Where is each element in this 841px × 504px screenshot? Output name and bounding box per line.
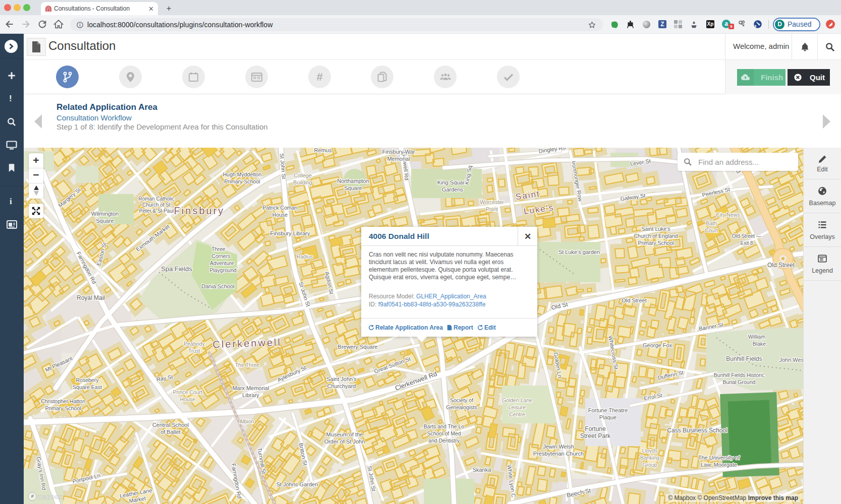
svg-text:The Three: The Three — [235, 362, 259, 368]
svg-text:Peabody: Peabody — [184, 341, 205, 347]
svg-text:Golden Lane: Golden Lane — [502, 397, 532, 403]
svg-text:Banking: Banking — [640, 455, 659, 461]
svg-text:Peter & St Paul: Peter & St Paul — [139, 208, 174, 214]
svg-text:Saint John's: Saint John's — [326, 376, 357, 382]
svg-text:Gardens: Gardens — [442, 186, 464, 193]
svg-text:Court: Court — [705, 227, 718, 233]
svg-text:Lloyds: Lloyds — [642, 448, 657, 454]
svg-text:Spa Fields: Spa Fields — [161, 265, 192, 273]
svg-text:Society of: Society of — [450, 397, 473, 403]
svg-text:Finsbury Library: Finsbury Library — [270, 230, 310, 236]
svg-text:College: College — [294, 172, 312, 178]
svg-text:Rosebery: Rosebery — [76, 377, 99, 383]
svg-text:Plaque: Plaque — [599, 414, 616, 420]
svg-text:Burial Ground: Burial Ground — [723, 379, 756, 385]
svg-text:Square: Square — [344, 185, 362, 191]
svg-text:Presbyterian Church: Presbyterian Church — [533, 451, 584, 457]
svg-text:Central School: Central School — [152, 422, 189, 428]
svg-text:Roman Catholic: Roman Catholic — [138, 196, 174, 202]
svg-text:Building: Building — [293, 179, 312, 185]
svg-text:Finsbury War: Finsbury War — [382, 149, 415, 155]
svg-text:Northampton: Northampton — [337, 178, 369, 184]
svg-text:and Dentistry: and Dentistry — [428, 437, 460, 444]
svg-text:Radius: Radius — [297, 254, 313, 260]
svg-text:St Johns Garden: St Johns Garden — [276, 481, 318, 487]
svg-text:Remus: Remus — [314, 148, 332, 153]
svg-text:Group: Group — [642, 462, 657, 468]
svg-text:Brewery Square: Brewery Square — [338, 344, 378, 350]
svg-text:Three: Three — [211, 246, 226, 252]
svg-text:Marx Memorial: Marx Memorial — [233, 385, 269, 391]
svg-text:Library: Library — [242, 392, 259, 398]
svg-text:Bunhill Fields Historic: Bunhill Fields Historic — [714, 372, 764, 378]
svg-text:Bunhill Fields: Bunhill Fields — [726, 355, 762, 362]
svg-text:Hugh Myddelton: Hugh Myddelton — [223, 171, 262, 177]
svg-text:Church of England: Church of England — [634, 233, 678, 239]
svg-text:The University of: The University of — [698, 455, 740, 461]
svg-text:Memorial: Memorial — [387, 156, 410, 162]
svg-text:Old Street: Old Street — [622, 297, 647, 303]
svg-text:Skanka: Skanka — [473, 467, 492, 473]
svg-text:Churchyard: Churchyard — [327, 383, 356, 389]
svg-text:Royal Mail: Royal Mail — [77, 294, 105, 301]
svg-text:King Square: King Square — [437, 179, 468, 185]
svg-text:City News: City News — [716, 212, 740, 218]
svg-text:Albion: Albion — [239, 418, 254, 424]
svg-text:mapbox: mapbox — [37, 493, 63, 500]
svg-text:Street Park: Street Park — [580, 432, 611, 439]
svg-text:Cass Business School: Cass Business School — [667, 427, 727, 434]
svg-text:Christopher Hatton: Christopher Hatton — [41, 398, 85, 404]
svg-text:Playground: Playground — [209, 267, 236, 273]
svg-text:Church of St: Church of St — [142, 202, 171, 208]
svg-text:Corners: Corners — [211, 253, 230, 259]
svg-text:Old Street —: Old Street — — [732, 233, 761, 239]
svg-text:Jewin Welsh: Jewin Welsh — [543, 444, 574, 450]
svg-text:Prince Court: Prince Court — [173, 389, 202, 395]
svg-text:Primary School: Primary School — [45, 405, 81, 411]
svg-text:Primary School: Primary School — [224, 178, 260, 184]
svg-text:House: House — [180, 396, 196, 402]
svg-text:Fortune: Fortune — [585, 425, 606, 432]
svg-text:Point: Point — [486, 206, 498, 212]
svg-text:Order of St John: Order of St John — [324, 438, 365, 445]
svg-text:Barts and The Lo: Barts and The Lo — [424, 423, 465, 429]
svg-text:Old Street: Old Street — [767, 262, 795, 269]
svg-text:Wilmington: Wilmington — [91, 211, 119, 217]
svg-text:of Ballet: of Ballet — [160, 429, 181, 435]
svg-text:Square: Square — [96, 218, 114, 224]
svg-text:Square East: Square East — [73, 384, 102, 390]
svg-text:Trust: Trust — [188, 348, 200, 354]
svg-text:Exit 8: Exit 8 — [740, 240, 753, 246]
svg-text:John Wesl: John Wesl — [779, 357, 805, 363]
svg-text:Blake: Blake — [753, 341, 766, 347]
svg-text:Primary School: Primary School — [638, 240, 674, 246]
svg-text:Adventure: Adventure — [210, 260, 234, 266]
svg-text:Saint Luke's: Saint Luke's — [642, 226, 670, 232]
svg-text:Dania School: Dania School — [201, 283, 234, 289]
svg-text:Museum of the: Museum of the — [326, 431, 363, 437]
svg-text:Fortune Theatre: Fortune Theatre — [588, 407, 628, 413]
svg-text:Finsbury: Finsbury — [174, 205, 225, 216]
svg-text:William: William — [748, 334, 765, 340]
svg-text:School of Med: School of Med — [427, 430, 461, 436]
svg-text:Leisure: Leisure — [509, 404, 526, 410]
svg-text:Centre: Centre — [509, 411, 525, 417]
svg-text:St Luke's garden: St Luke's garden — [558, 249, 600, 255]
svg-text:Genealogists: Genealogists — [446, 404, 477, 410]
svg-text:George Fox: George Fox — [643, 342, 672, 348]
svg-text:House: House — [272, 212, 288, 218]
svg-text:Law, Moorgate: Law, Moorgate — [701, 462, 737, 468]
svg-text:Patrick Coman: Patrick Coman — [263, 205, 298, 211]
svg-text:Bath: Bath — [706, 220, 717, 226]
svg-text:Worcester: Worcester — [480, 199, 504, 205]
